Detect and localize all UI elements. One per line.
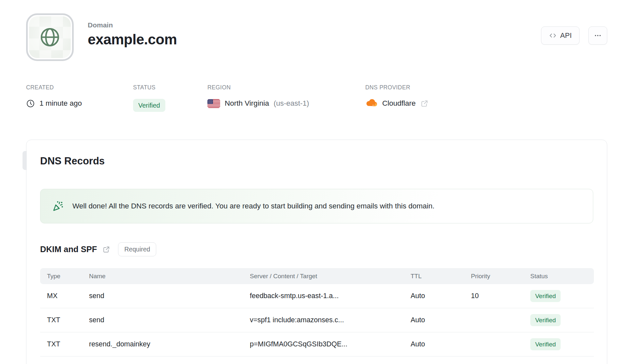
dns-records-title: DNS Records [40, 155, 593, 167]
dns-records-table: Type Name Server / Content / Target TTL … [40, 268, 594, 356]
meta-dns-provider-label: DNS PROVIDER [365, 84, 429, 91]
dns-provider-external-link[interactable] [420, 99, 429, 108]
col-header-name: Name [89, 273, 250, 280]
verified-badge: Verified [530, 338, 561, 350]
cell-priority: 10 [471, 292, 530, 300]
cell-name: send [89, 316, 250, 324]
confetti-icon [52, 200, 64, 212]
cell-name: send [89, 292, 250, 300]
table-row: TXT resend._domainkey p=MIGfMA0GCSqGSIb3… [40, 332, 594, 356]
status-badge: Verified [133, 99, 165, 112]
meta-region-code: (us-east-1) [274, 99, 309, 108]
cell-content: p=MIGfMA0GCSqGSIb3DQE... [250, 340, 411, 348]
col-header-priority: Priority [471, 273, 530, 280]
table-row: MX send feedback-smtp.us-east-1.a... Aut… [40, 284, 594, 308]
verified-badge: Verified [530, 290, 561, 302]
meta-dns-provider-value: Cloudflare [382, 99, 416, 108]
card-notch [23, 151, 27, 170]
meta-status: STATUS Verified [133, 84, 165, 112]
dkim-spf-external-link[interactable] [102, 246, 110, 253]
meta-dns-provider: DNS PROVIDER Cloudflare [365, 84, 429, 108]
ellipsis-icon [594, 32, 602, 39]
col-header-status: Status [530, 273, 594, 280]
col-header-content: Server / Content / Target [250, 273, 411, 280]
cell-type: MX [47, 292, 89, 300]
col-header-type: Type [47, 273, 89, 280]
meta-region: REGION [207, 84, 309, 108]
meta-created-label: CREATED [26, 84, 82, 91]
table-row: TXT send v=spf1 include:amazonses.c... A… [40, 308, 594, 332]
cell-type: TXT [47, 340, 89, 348]
required-badge: Required [118, 242, 156, 256]
domain-meta: CREATED 1 minute ago STATUS Verified REG… [0, 84, 634, 120]
external-link-icon [420, 99, 429, 108]
meta-status-label: STATUS [133, 84, 165, 91]
domain-avatar [26, 13, 74, 61]
dkim-spf-title: DKIM and SPF [40, 245, 97, 254]
cell-content: v=spf1 include:amazonses.c... [250, 316, 411, 324]
col-header-ttl: TTL [411, 273, 471, 280]
meta-region-value: North Virginia [225, 99, 269, 108]
dns-records-card: DNS Records Well done! All the DNS recor… [26, 140, 607, 364]
cell-name: resend._domainkey [89, 340, 250, 348]
dkim-spf-section-header: DKIM and SPF Required [40, 242, 593, 256]
table-header-row: Type Name Server / Content / Target TTL … [40, 268, 594, 284]
more-options-button[interactable] [588, 26, 607, 45]
cloudflare-icon [365, 99, 378, 108]
cell-content: feedback-smtp.us-east-1.a... [250, 292, 411, 300]
verified-badge: Verified [530, 314, 561, 326]
success-banner-text: Well done! All the DNS records are verif… [72, 201, 434, 211]
cell-type: TXT [47, 316, 89, 324]
us-flag-icon [207, 99, 220, 108]
code-icon [549, 32, 557, 39]
cell-ttl: Auto [411, 316, 471, 324]
external-link-icon [102, 246, 110, 253]
cell-ttl: Auto [411, 292, 471, 300]
meta-created-value: 1 minute ago [39, 99, 82, 108]
cell-ttl: Auto [411, 340, 471, 348]
meta-created: CREATED 1 minute ago [26, 84, 82, 108]
api-button[interactable]: API [541, 26, 580, 45]
meta-region-label: REGION [207, 84, 309, 91]
page-title: example.com [88, 31, 177, 48]
api-button-label: API [560, 31, 572, 40]
success-banner: Well done! All the DNS records are verif… [40, 189, 593, 223]
clock-icon [26, 99, 35, 108]
globe-icon [38, 25, 62, 49]
page-kicker: Domain [88, 21, 177, 29]
page-header: Domain example.com API [26, 13, 607, 61]
